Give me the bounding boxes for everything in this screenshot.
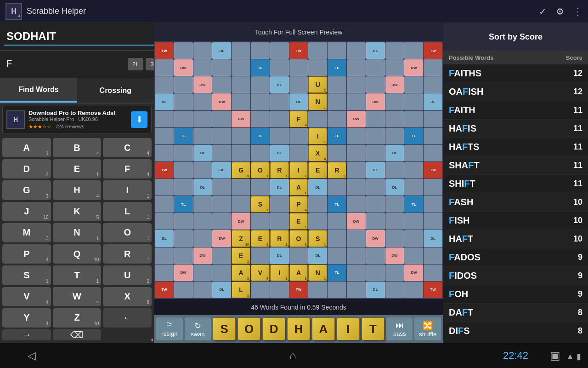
- rack-tile[interactable]: A: [312, 317, 335, 340]
- left-arrow-key[interactable]: ←: [103, 308, 152, 328]
- board-cell: DL: [270, 179, 289, 196]
- board-tile: N1: [308, 264, 327, 281]
- result-item[interactable]: FIDOS9: [443, 267, 588, 285]
- key-m[interactable]: M3: [2, 223, 51, 242]
- result-score: 9: [578, 271, 582, 281]
- result-score: 9: [578, 253, 582, 262]
- rack-tile[interactable]: T: [362, 317, 384, 340]
- result-item[interactable]: SHIFT11: [443, 175, 588, 193]
- board-cell: TL: [328, 196, 346, 213]
- key-z[interactable]: Z10: [53, 308, 102, 328]
- input-row-2: 2L 3L ? Clear: [0, 51, 154, 78]
- result-item[interactable]: DIFS8: [443, 322, 588, 340]
- key-k[interactable]: K5: [53, 202, 102, 221]
- result-item[interactable]: HAFIS11: [443, 120, 588, 138]
- board-cell: [424, 128, 442, 144]
- key-t[interactable]: T1: [53, 265, 102, 285]
- swap-button[interactable]: ↻swap: [185, 317, 211, 340]
- board-cell: DL: [270, 145, 289, 161]
- main-letter-input[interactable]: [4, 28, 154, 46]
- results-list[interactable]: FAITHS12OAFISH12FAITH11HAFIS11HAFTS11SHA…: [443, 64, 588, 343]
- key-u[interactable]: U2: [103, 265, 152, 285]
- result-item[interactable]: HAFT10: [443, 230, 588, 248]
- result-item[interactable]: FADOS9: [443, 248, 588, 267]
- key-p[interactable]: P4: [2, 244, 51, 264]
- board-tile: V4: [251, 264, 270, 281]
- board-cell: TL: [328, 264, 346, 281]
- resign-button[interactable]: 🏳resign: [156, 317, 183, 340]
- key-l[interactable]: L1: [103, 202, 152, 221]
- rack-tile[interactable]: D: [262, 317, 285, 340]
- key-w[interactable]: W4: [53, 287, 102, 306]
- right-arrow-key[interactable]: →: [2, 329, 51, 340]
- key-x[interactable]: X8: [103, 287, 152, 306]
- ad-banner[interactable]: H 4 Download Pro to Remove Ads! Scrabble…: [2, 106, 152, 133]
- board-cell: [251, 93, 270, 110]
- recents-icon[interactable]: ▣: [550, 349, 560, 362]
- key-a[interactable]: A1: [2, 138, 51, 157]
- result-item[interactable]: FAITH11: [443, 101, 588, 120]
- key-r[interactable]: R1: [103, 244, 152, 264]
- result-word: HAFIS: [449, 123, 573, 134]
- rack-tile[interactable]: H: [287, 317, 310, 340]
- result-score: 11: [573, 179, 582, 189]
- settings-icon[interactable]: ⚙: [556, 6, 564, 17]
- result-item[interactable]: FOH9: [443, 285, 588, 304]
- clock: 22:42: [503, 350, 528, 362]
- result-item[interactable]: OAFISH12: [443, 83, 588, 101]
- result-item[interactable]: HAFTS11: [443, 138, 588, 156]
- result-word: FAITH: [449, 105, 573, 115]
- tab-crossing[interactable]: Crossing: [77, 78, 154, 103]
- shuffle-button[interactable]: 🔀shuffle: [414, 317, 441, 340]
- result-item[interactable]: SHAFT11: [443, 156, 588, 175]
- key-o[interactable]: O1: [103, 223, 152, 242]
- result-item[interactable]: FISH10: [443, 212, 588, 230]
- board-cell: DW: [404, 264, 423, 281]
- key-v[interactable]: V4: [2, 287, 51, 306]
- board-main[interactable]: TWDLTWDLTWDWTLTLDWDWDLU2DWDLDWDLN1DWDLDW…: [154, 41, 443, 299]
- shuffle-label: shuffle: [419, 331, 436, 338]
- pass-button[interactable]: ⏭pass: [386, 317, 413, 340]
- sort-by-score-button[interactable]: Sort by Score: [443, 23, 588, 51]
- key-j[interactable]: J10: [2, 202, 51, 221]
- result-item[interactable]: FASH10: [443, 193, 588, 212]
- key-s[interactable]: S1: [2, 265, 51, 285]
- key-c[interactable]: C4: [103, 138, 152, 157]
- key-y[interactable]: Y4: [2, 308, 51, 328]
- key-b[interactable]: B4: [53, 138, 102, 157]
- tab-find-words[interactable]: Find Words: [0, 78, 77, 103]
- key-q[interactable]: Q10: [53, 244, 102, 264]
- key-e[interactable]: E1: [53, 159, 102, 178]
- board-cell: [270, 196, 289, 213]
- ad-download-button[interactable]: ⬇: [131, 111, 147, 128]
- board-cell: [328, 213, 346, 230]
- secondary-letter-input[interactable]: [4, 57, 125, 72]
- back-icon[interactable]: ◁: [28, 349, 36, 362]
- result-item[interactable]: FAITHS12: [443, 64, 588, 83]
- board-cell: [174, 282, 193, 298]
- board-cell: [251, 145, 270, 161]
- board-cell: [308, 282, 327, 298]
- key-h[interactable]: H4: [53, 180, 102, 200]
- found-bar: 46 Words Found in 0.59 Seconds: [154, 299, 443, 315]
- board-cell: [328, 111, 346, 127]
- rack-tile[interactable]: O: [237, 317, 260, 340]
- board-cell: [424, 179, 442, 196]
- key-g[interactable]: G3: [2, 180, 51, 200]
- key-d[interactable]: D2: [2, 159, 51, 178]
- key-n[interactable]: N1: [53, 223, 102, 242]
- board-cell: [212, 76, 231, 93]
- backspace-key[interactable]: ⌫: [53, 329, 102, 340]
- more-icon[interactable]: ⋮: [573, 6, 582, 17]
- result-word: FOH: [449, 289, 578, 299]
- check-icon[interactable]: ✓: [539, 6, 547, 17]
- rack-tile[interactable]: I: [337, 317, 360, 340]
- key-f[interactable]: F4: [103, 159, 152, 178]
- 2l-button[interactable]: 2L: [128, 58, 143, 70]
- board-tile: E1: [308, 162, 327, 178]
- result-item[interactable]: DAFT8: [443, 304, 588, 322]
- board-tile: R1: [270, 230, 289, 247]
- rack-tile[interactable]: S: [213, 317, 236, 340]
- key-i[interactable]: I1: [103, 180, 152, 200]
- home-icon[interactable]: ⌂: [289, 349, 296, 362]
